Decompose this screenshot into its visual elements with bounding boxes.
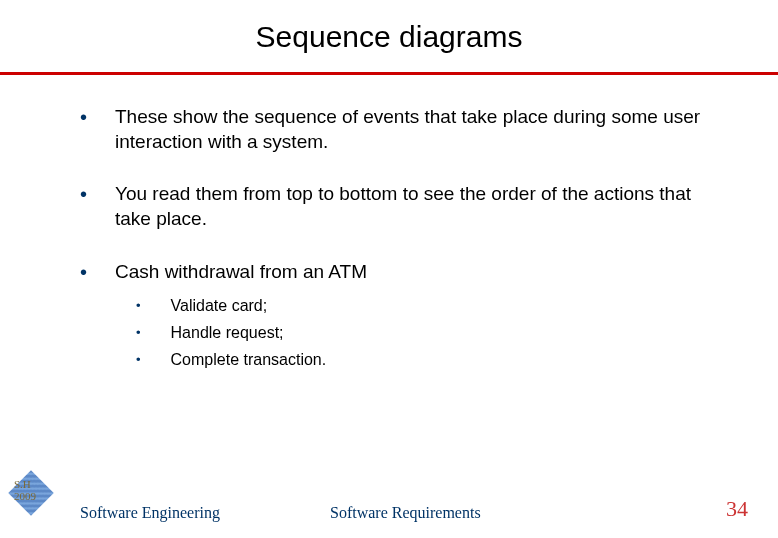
footer-mid-text: Software Requirements	[330, 504, 481, 522]
bullet-icon: •	[136, 350, 141, 370]
bullet-icon: •	[136, 296, 141, 316]
sub-bullet-item: • Complete transaction.	[136, 350, 718, 371]
sub-bullet-text: Complete transaction.	[171, 350, 327, 371]
bullet-item: • These show the sequence of events that…	[80, 105, 718, 154]
slide-footer: S.H 2009 Software Engineering Software R…	[0, 492, 778, 522]
bullet-text: You read them from top to bottom to see …	[115, 182, 718, 231]
footer-left-text: Software Engineering	[80, 504, 220, 522]
bullet-icon: •	[80, 182, 87, 206]
bullet-icon: •	[80, 105, 87, 129]
sub-bullet-text: Validate card;	[171, 296, 268, 317]
slide-title: Sequence diagrams	[0, 0, 778, 72]
bullet-item: • You read them from top to bottom to se…	[80, 182, 718, 231]
sub-bullet-text: Handle request;	[171, 323, 284, 344]
slide-content: • These show the sequence of events that…	[0, 75, 778, 371]
bullet-text: These show the sequence of events that t…	[115, 105, 718, 154]
logo-line1: S.H	[14, 478, 31, 490]
bullet-text: Cash withdrawal from an ATM	[115, 260, 367, 285]
sub-bullet-item: • Validate card;	[136, 296, 718, 317]
logo: S.H 2009	[8, 470, 54, 516]
sub-bullet-list: • Validate card; • Handle request; • Com…	[136, 296, 718, 370]
bullet-item: • Cash withdrawal from an ATM	[80, 260, 718, 285]
sub-bullet-item: • Handle request;	[136, 323, 718, 344]
page-number: 34	[726, 496, 748, 522]
logo-line2: 2009	[14, 490, 36, 502]
bullet-icon: •	[136, 323, 141, 343]
logo-text: S.H 2009	[14, 478, 36, 502]
bullet-icon: •	[80, 260, 87, 284]
